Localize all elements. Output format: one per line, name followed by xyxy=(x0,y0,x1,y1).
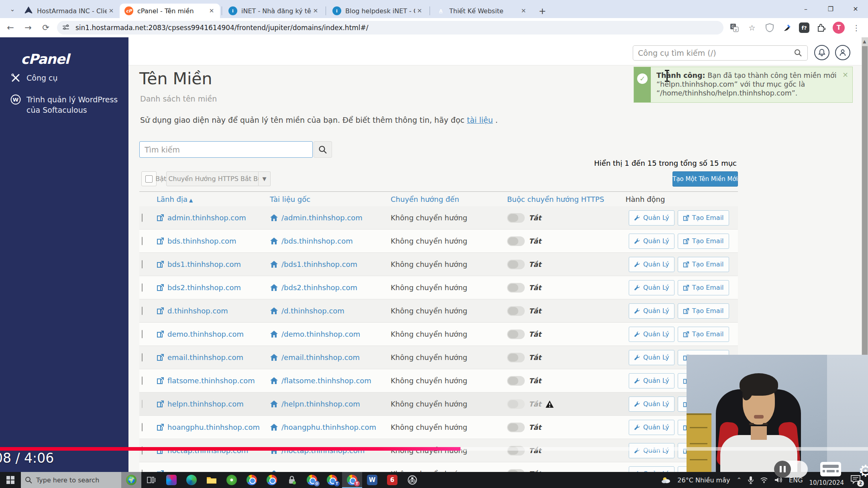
site-settings-icon[interactable] xyxy=(63,24,71,32)
domain-link[interactable]: helpn.thinhshop.com xyxy=(157,400,270,408)
domain-search-input[interactable] xyxy=(139,141,313,158)
https-toggle[interactable] xyxy=(507,260,525,269)
wifi-icon[interactable] xyxy=(760,477,768,483)
taskbar-app-password-key[interactable] xyxy=(282,472,302,488)
window-restore-button[interactable]: ❐ xyxy=(818,0,843,18)
document-root-link[interactable]: /bds.thinhshop.com xyxy=(270,237,391,245)
manage-button[interactable]: Quản Lý xyxy=(629,257,674,272)
column-header-domain[interactable]: Lãnh địa▲ xyxy=(157,195,270,203)
tab-close-icon[interactable]: ✕ xyxy=(107,6,116,15)
https-toggle[interactable] xyxy=(507,423,525,432)
taskbar-app-obs[interactable] xyxy=(402,472,422,488)
window-minimize-button[interactable]: – xyxy=(793,0,818,18)
select-all-checkbox[interactable] xyxy=(145,175,153,183)
tab-close-icon[interactable]: ✕ xyxy=(311,6,320,15)
taskbar-date[interactable]: 10/10/2024 xyxy=(809,479,844,486)
create-email-button[interactable]: Tạo Email xyxy=(678,210,729,226)
manage-button[interactable]: Quản Lý xyxy=(629,396,674,412)
document-root-link[interactable]: /bds2.thinhshop.com xyxy=(270,283,391,292)
f-extension-icon[interactable]: f? xyxy=(799,22,809,33)
user-account-icon[interactable] xyxy=(835,45,850,60)
forward-icon[interactable]: → xyxy=(21,20,35,35)
taskbar-app-ribbon[interactable]: 🌍 xyxy=(121,472,141,488)
pause-button[interactable] xyxy=(774,461,791,478)
bulk-action-dropdown[interactable]: Bật Chuyển Hướng HTTPS Bắt Buộc ▼ xyxy=(166,171,271,186)
taskbar-search[interactable]: Type here to search xyxy=(21,472,121,488)
domain-link[interactable]: bds2.thinhshop.com xyxy=(157,283,270,292)
microphone-icon[interactable] xyxy=(748,476,754,484)
row-checkbox[interactable] xyxy=(142,376,143,385)
row-checkbox[interactable] xyxy=(142,307,143,315)
taskbar-app-file-explorer[interactable] xyxy=(202,472,222,488)
row-checkbox[interactable] xyxy=(142,237,143,245)
https-toggle[interactable] xyxy=(507,353,525,362)
create-email-button[interactable]: Tạo Email xyxy=(678,280,729,295)
create-email-button[interactable]: Tạo Email xyxy=(678,234,729,249)
translate-icon[interactable]: Gv xyxy=(728,22,740,34)
document-root-link[interactable]: /d.thinhshop.com xyxy=(270,307,391,315)
taskbar-app-chrome-2[interactable] xyxy=(262,472,282,488)
start-button[interactable] xyxy=(0,472,21,488)
domain-link[interactable]: email.thinhshop.com xyxy=(157,353,270,362)
taskbar-app-edge[interactable] xyxy=(181,472,202,488)
notifications-bell-icon[interactable] xyxy=(814,45,829,60)
new-tab-button[interactable]: + xyxy=(536,4,549,17)
document-root-link[interactable]: /admin.thinhshop.com xyxy=(270,214,391,222)
document-root-link[interactable]: /demo.thinhshop.com xyxy=(270,330,391,338)
taskbar-app-chrome-3[interactable]: ⚙ xyxy=(302,472,322,488)
https-toggle[interactable] xyxy=(507,283,525,293)
keyboard-overlay-icon[interactable] xyxy=(820,462,842,477)
https-toggle[interactable] xyxy=(507,469,525,472)
taskbar-app-disc[interactable] xyxy=(222,472,242,488)
select-all-checkbox-wrap[interactable] xyxy=(141,171,157,186)
document-root-link[interactable]: /hoangphu.thinhshop.com xyxy=(270,423,391,431)
manage-button[interactable]: Quản Lý xyxy=(629,420,674,435)
manage-button[interactable]: Quản Lý xyxy=(629,350,674,365)
manage-button[interactable]: Quản Lý xyxy=(629,373,674,388)
tab-close-icon[interactable]: ✕ xyxy=(207,6,216,15)
create-email-button[interactable]: Tạo Email xyxy=(678,257,729,272)
tab-close-icon[interactable]: ✕ xyxy=(415,6,424,15)
window-close-button[interactable]: ✕ xyxy=(843,0,868,18)
tab-inet[interactable]: i iNET - Nhà đăng ký tên miền h ✕ xyxy=(224,4,324,18)
row-checkbox[interactable] xyxy=(142,283,143,292)
back-icon[interactable]: ← xyxy=(3,20,18,35)
tab-cpanel-active[interactable]: cP cPanel - Tên miền ✕ xyxy=(120,4,220,18)
shield-extension-icon[interactable] xyxy=(764,22,776,34)
manage-button[interactable]: Quản Lý xyxy=(629,210,674,226)
column-header-force-https[interactable]: Buộc chuyển hướng HTTPS xyxy=(507,195,626,203)
cpanel-search[interactable] xyxy=(633,45,808,61)
create-domain-button[interactable]: Tạo Một Tên Miền Mới xyxy=(672,171,738,187)
address-bar[interactable]: sin1.hostarmada.net:2083/cpsess994161490… xyxy=(57,21,723,35)
chevron-down-icon[interactable]: ▼ xyxy=(259,171,271,186)
tab-close-icon[interactable]: ✕ xyxy=(519,6,528,15)
row-checkbox[interactable] xyxy=(142,353,143,362)
manage-button[interactable]: Quản Lý xyxy=(629,280,674,295)
row-checkbox[interactable] xyxy=(142,214,143,222)
documentation-link[interactable]: tài liệu xyxy=(467,116,493,124)
scroll-up-arrow-icon[interactable]: ▲ xyxy=(863,39,866,44)
column-header-redirects-to[interactable]: Chuyển hướng đến xyxy=(391,195,507,203)
eyedropper-extension-icon[interactable] xyxy=(781,22,793,34)
alert-close-icon[interactable]: × xyxy=(842,70,848,79)
domain-link[interactable]: bds1.thinhshop.com xyxy=(157,260,270,268)
column-header-document-root[interactable]: Tài liệu gốc xyxy=(270,195,391,203)
document-root-link[interactable]: /flatsome.thinhshop.com xyxy=(270,376,391,385)
row-checkbox[interactable] xyxy=(142,400,143,408)
tab-blog-helpdesk[interactable]: i Blog helpdesk iNET - Cung cấp ✕ xyxy=(328,4,428,18)
domain-link[interactable]: d.thinhshop.com xyxy=(157,307,270,315)
document-root-link[interactable]: /helpn.thinhshop.com xyxy=(270,400,391,408)
manage-button[interactable]: Quản Lý xyxy=(629,327,674,342)
https-toggle[interactable] xyxy=(507,236,525,246)
domain-search-button[interactable] xyxy=(314,141,332,158)
https-toggle[interactable] xyxy=(507,399,525,409)
domain-link[interactable]: admin.thinhshop.com xyxy=(157,214,270,222)
taskbar-task-view[interactable] xyxy=(141,472,161,488)
sidebar-item-wordpress-manager[interactable]: W Trình quản lý WordPress của Softaculou… xyxy=(10,89,121,121)
cpanel-search-input[interactable] xyxy=(638,49,794,57)
weather-text[interactable]: 26°C Nhiều mây xyxy=(677,476,730,484)
create-email-button[interactable]: Tạo Email xyxy=(678,303,729,319)
chrome-menu-icon[interactable]: ⋮ xyxy=(850,22,862,34)
manage-button[interactable]: Quản Lý xyxy=(629,303,674,319)
taskbar-app-chrome-profile-red-active[interactable]: T xyxy=(342,472,362,488)
